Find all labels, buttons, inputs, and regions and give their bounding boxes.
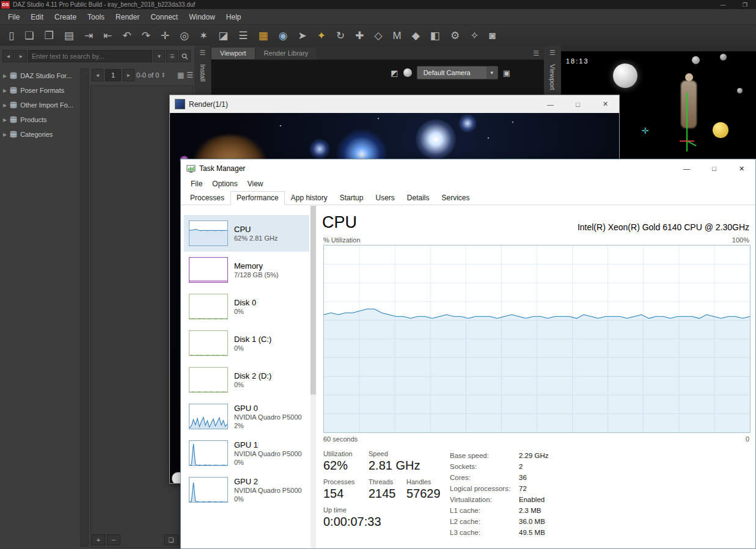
expand-arrow-icon[interactable]: ▶	[3, 88, 7, 93]
daz-menu-item[interactable]: Render	[110, 13, 145, 21]
draw-style-sphere-icon[interactable]	[403, 68, 412, 77]
scene-key-icon[interactable]: ✦	[317, 31, 326, 41]
expand-arrow-icon[interactable]: ▶	[3, 132, 7, 137]
tm-close-button[interactable]: ✕	[728, 160, 755, 178]
tm-tab[interactable]: Users	[369, 191, 400, 205]
aux-viewport-icon[interactable]: ◩	[391, 68, 398, 78]
tm-minimize-button[interactable]: —	[673, 160, 700, 178]
tm-tab[interactable]: Processes	[184, 191, 230, 205]
tab-viewport[interactable]: Viewport	[211, 48, 255, 59]
render-icon[interactable]: ▦	[259, 31, 268, 41]
tm-maximize-button[interactable]: □	[700, 160, 728, 178]
surface-selection-icon[interactable]: ◧	[430, 31, 440, 41]
install-pane-tab[interactable]: Install	[199, 64, 207, 82]
render-minimize-button[interactable]: —	[537, 95, 564, 113]
daz-restore-button[interactable]: ❐	[734, 2, 756, 8]
pane-options-button[interactable]: ❏	[164, 534, 178, 545]
page-number-input[interactable]	[105, 69, 121, 81]
page-next-icon[interactable]: ►	[123, 69, 134, 81]
tree-item[interactable]: ▶ Categories	[0, 127, 79, 142]
tree-scrollbar[interactable]	[80, 68, 89, 547]
daz-menu-item[interactable]: File	[2, 13, 25, 21]
tm-tab[interactable]: App history	[285, 191, 334, 205]
remove-button[interactable]: −	[107, 534, 120, 545]
cpu-utilization-chart[interactable]	[323, 245, 750, 433]
range-spinner[interactable]: ▲ ▼	[161, 72, 165, 78]
tm-menu-item[interactable]: View	[243, 180, 268, 188]
view-cube-icon[interactable]: ▣	[503, 68, 510, 78]
perf-item-gpu2[interactable]: GPU 2 NVIDIA Quadro P5000 0%	[184, 471, 309, 508]
camera-dropdown-icon[interactable]: ▼	[486, 67, 497, 79]
export-icon[interactable]: ⇤	[103, 31, 112, 41]
undo-icon[interactable]: ↶	[122, 31, 131, 41]
rotate-tool-icon[interactable]: ↻	[336, 31, 345, 41]
daz-menu-item[interactable]: Edit	[25, 13, 49, 21]
daz-menu-item[interactable]: Help	[221, 13, 247, 21]
daz-minimize-button[interactable]: —	[712, 2, 734, 8]
tree-item[interactable]: ▶ Products	[0, 112, 79, 127]
memorize-pose-icon[interactable]: M	[393, 31, 402, 41]
camera-selector[interactable]: Default Camera ▼	[417, 66, 498, 79]
import-icon[interactable]: ⇥	[84, 31, 93, 41]
tm-menu-item[interactable]: File	[186, 180, 207, 188]
expand-arrow-icon[interactable]: ▶	[3, 73, 7, 79]
tm-tab[interactable]: Startup	[334, 191, 370, 205]
spinner-down-icon[interactable]: ▼	[161, 75, 165, 78]
daz-menu-item[interactable]: Create	[49, 13, 82, 21]
tree-item[interactable]: ▶ DAZ Studio For...	[0, 68, 79, 83]
tree-item[interactable]: ▶ Other Import Fo...	[0, 98, 79, 112]
list-view-icon[interactable]: ☰	[186, 71, 193, 79]
create-light-icon[interactable]: ✶	[199, 31, 208, 41]
viewport-pane-tab[interactable]: Viewport	[549, 64, 556, 90]
daz-menu-item[interactable]: Connect	[145, 13, 183, 21]
daz-menu-item[interactable]: Window	[183, 13, 221, 21]
new-file-icon[interactable]: ▯	[9, 31, 14, 41]
create-camera-icon[interactable]: ◎	[180, 31, 189, 41]
add-button[interactable]: +	[92, 534, 105, 545]
search-filter-icon[interactable]: ☰	[166, 50, 178, 62]
pane-menu-icon[interactable]: ☰	[194, 49, 211, 57]
search-forward-icon[interactable]: ►	[15, 50, 27, 62]
restore-pose-icon[interactable]: ◆	[412, 31, 420, 41]
expand-arrow-icon[interactable]: ▶	[3, 103, 7, 108]
right-pane-menu-icon[interactable]: ☰	[544, 49, 561, 57]
search-dropdown-icon[interactable]: ▼	[153, 50, 165, 62]
align-icon[interactable]: ☰	[238, 31, 248, 41]
search-back-icon[interactable]: ◄	[2, 50, 14, 62]
perf-item-memory[interactable]: Memory 7/128 GB (5%)	[184, 252, 309, 288]
daz-menu-item[interactable]: Tools	[82, 13, 110, 21]
perf-item-gpu1[interactable]: GPU 1 NVIDIA Quadro P5000 0%	[184, 435, 309, 471]
search-icon[interactable]	[179, 50, 191, 62]
tm-tab[interactable]: Details	[401, 191, 436, 205]
expand-arrow-icon[interactable]: ▶	[3, 117, 7, 123]
tm-tab[interactable]: Performance	[230, 191, 285, 205]
joint-editor-icon[interactable]: ✧	[470, 31, 479, 41]
create-primitive-icon[interactable]: ◪	[218, 31, 228, 41]
perf-item-disk1[interactable]: Disk 1 (C:) 0%	[184, 325, 309, 362]
perf-item-gpu0[interactable]: GPU 0 NVIDIA Quadro P5000 2%	[184, 398, 309, 435]
open-recent-icon[interactable]: ❐	[45, 31, 54, 41]
page-prev-icon[interactable]: ◄	[92, 69, 103, 81]
create-null-icon[interactable]: ✛	[161, 31, 169, 41]
grid-view-icon[interactable]: ▦	[177, 71, 184, 79]
save-icon[interactable]: ▤	[64, 31, 74, 41]
camera-capture-icon[interactable]: ◙	[489, 31, 495, 41]
tree-item[interactable]: ▶ Poser Formats	[0, 83, 79, 98]
render-close-button[interactable]: ✕	[592, 95, 619, 113]
node-selection-tool-icon[interactable]: ➤	[298, 31, 306, 41]
redo-icon[interactable]: ↷	[142, 31, 150, 41]
perf-item-disk0[interactable]: Disk 0 0%	[184, 288, 309, 325]
perf-item-disk2[interactable]: Disk 2 (D:) 0%	[184, 362, 309, 398]
tab-render-library[interactable]: Render Library	[255, 48, 318, 59]
viewport-pane-menu-icon[interactable]: ☰	[528, 49, 544, 59]
translate-tool-icon[interactable]: ✚	[355, 31, 364, 41]
powerpose-icon[interactable]: ⚙	[450, 31, 460, 41]
sidebar-scrollbar[interactable]	[310, 206, 316, 548]
search-input[interactable]	[28, 50, 152, 62]
open-file-icon[interactable]: ❏	[24, 31, 34, 41]
tm-tab[interactable]: Services	[436, 191, 476, 205]
render-maximize-button[interactable]: □	[564, 95, 592, 113]
scale-tool-icon[interactable]: ◇	[374, 31, 382, 41]
tm-menu-item[interactable]: Options	[207, 180, 242, 188]
spot-render-icon[interactable]: ◉	[279, 31, 288, 41]
